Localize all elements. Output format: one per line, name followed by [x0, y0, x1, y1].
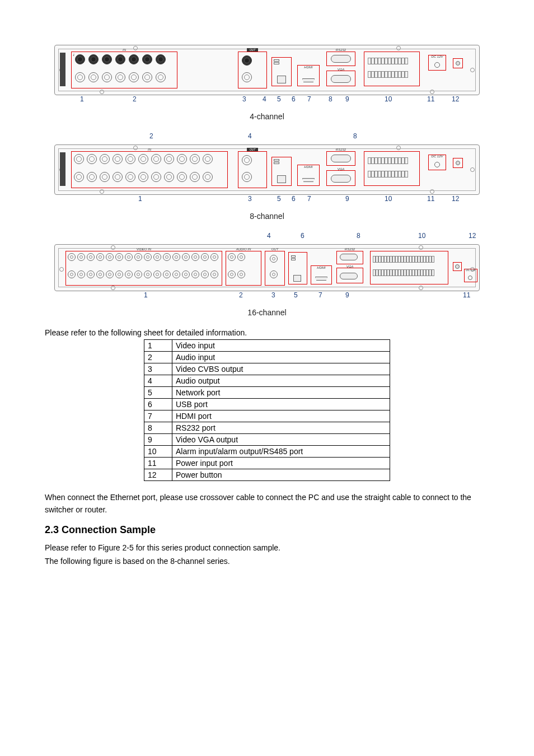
label-rs232-8: RS232	[327, 148, 355, 151]
ethernet-note: When connect the Ethernet port, please u…	[45, 491, 489, 516]
section-line1: Please refer to Figure 2-5 for this seri…	[45, 542, 489, 554]
label-videoin-16: VIDEO IN	[66, 248, 222, 251]
label-in-8: IN	[72, 148, 227, 151]
table-row: 9Video VGA output	[144, 434, 390, 446]
label-dc-16: DC 12V	[465, 268, 477, 272]
callouts-8ch-top: 2 4 8	[54, 132, 480, 144]
label-vga: VGA	[327, 68, 355, 71]
panel-8ch: IN OUT	[54, 144, 480, 195]
table-row: 6USB port	[144, 399, 390, 410]
label-out: OUT	[247, 48, 258, 52]
table-row: 7HDMI port	[144, 410, 390, 422]
diagram-8channel: 2 4 8 IN	[45, 132, 489, 221]
label-out-8: OUT	[247, 148, 258, 151]
refer-text: Please refer to the following sheet for …	[45, 328, 489, 337]
label-hdmi-8: HDMI	[298, 165, 319, 169]
callouts-16ch-top: 4 6 8 10 12	[54, 232, 480, 244]
table-row: 11Power input port	[144, 458, 390, 469]
label-vga-16: VGA	[337, 265, 363, 268]
caption-4ch: 4-channel	[45, 112, 489, 121]
section-line2: The following figure is based on the 8-c…	[45, 555, 489, 567]
label-vga-8: VGA	[327, 167, 355, 171]
callouts-4ch-bottom: 1 2 3 4 5 6 7 8 9 10 11 12	[54, 95, 480, 110]
label-hdmi: HDMI	[298, 66, 319, 69]
label-rs232: RS232	[327, 48, 355, 52]
table-row: 3Video CVBS output	[144, 363, 390, 375]
table-row: 2Audio input	[144, 352, 390, 363]
table-row: 12Power button	[144, 469, 390, 481]
caption-16ch: 16-channel	[45, 308, 489, 317]
label-dc12v: DC 12V	[429, 55, 446, 58]
diagram-16channel: 4 6 8 10 12 VIDEO IN	[45, 232, 489, 317]
table-row: 4Audio output	[144, 375, 390, 387]
callouts-8ch-bottom: 1 3 5 6 7 9 10 11 12	[54, 195, 480, 209]
panel-4ch: IN 1 OUT	[54, 45, 480, 95]
table-row: 1Video input	[144, 340, 390, 352]
label-in: IN	[72, 48, 177, 52]
label-hdmi-16: HDMI	[311, 266, 331, 269]
label-rs232-16: RS232	[337, 248, 363, 251]
table-row: 10Alarm input/alarm output/RS485 port	[144, 446, 390, 458]
label-dc-8: DC 12V	[429, 155, 446, 158]
table-row: 5Network port	[144, 387, 390, 399]
spec-table: 1Video input 2Audio input 3Video CVBS ou…	[144, 339, 390, 481]
callouts-16ch-bottom: 1 2 3 5 7 9 11	[54, 291, 480, 306]
diagram-4channel: IN 1 OUT	[45, 45, 489, 121]
caption-8ch: 8-channel	[45, 212, 489, 221]
panel-16ch: VIDEO IN AUDIO IN	[54, 244, 480, 291]
section-heading: 2.3 Connection Sample	[45, 524, 489, 536]
label-out-16: OUT	[265, 248, 284, 251]
label-audioin-16: AUDIO IN	[226, 248, 261, 251]
table-row: 8RS232 port	[144, 422, 390, 434]
